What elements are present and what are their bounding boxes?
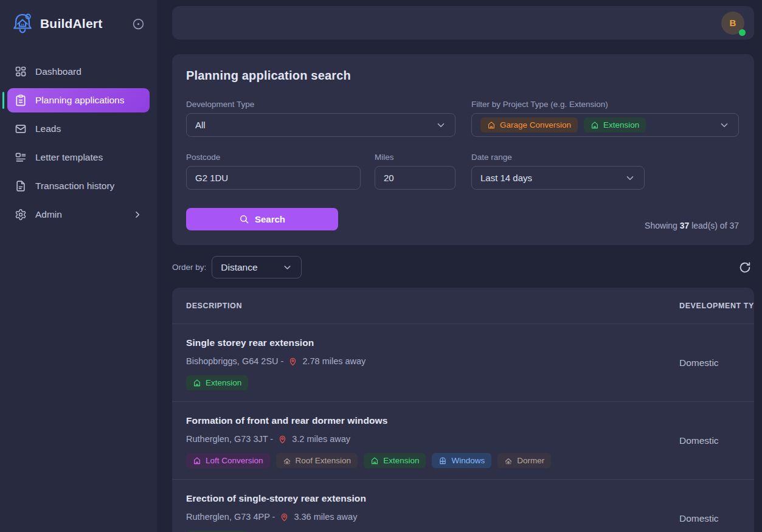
lead-location: Bishopbriggs, G64 2SU - 2.78 miles away	[186, 356, 740, 366]
home-icon	[193, 379, 201, 387]
sidebar-item-label: Dashboard	[35, 66, 81, 77]
date-range-label: Date range	[471, 153, 739, 162]
project-type-filter-field: Filter by Project Type (e.g. Extension) …	[471, 100, 739, 137]
chevron-down-icon	[282, 262, 293, 272]
postcode-miles-row: Postcode Miles	[186, 153, 455, 190]
sidebar-item-transaction-history[interactable]: Transaction history	[7, 174, 150, 198]
project-type-tag: Loft Conversion	[186, 453, 270, 468]
postcode-field: Postcode	[186, 153, 361, 190]
development-type-value: All	[195, 120, 206, 130]
lead-location: Rutherglen, G73 4PP - 3.36 miles away	[186, 512, 740, 522]
column-description: DESCRIPTION	[186, 302, 242, 310]
miles-input[interactable]	[375, 166, 455, 190]
sidebar: BuildAlert Dashboard Planning applicatio…	[0, 0, 157, 532]
table-row[interactable]: Single storey rear extension Bishopbrigg…	[172, 324, 754, 402]
chevron-down-icon	[625, 173, 636, 184]
sidebar-item-label: Leads	[35, 123, 61, 134]
map-pin-icon	[288, 357, 297, 366]
home-icon	[370, 457, 379, 465]
project-type-multiselect[interactable]: Garage Conversion Extension	[471, 113, 739, 137]
window-icon	[438, 457, 447, 465]
envelope-icon	[15, 123, 27, 135]
development-type-cell: Domestic	[679, 513, 719, 524]
chevron-right-icon	[133, 210, 142, 219]
clipboard-icon	[15, 94, 27, 106]
home-icon	[591, 121, 599, 130]
table-row[interactable]: Formation of front and rear dormer windo…	[172, 402, 754, 480]
miles-field: Miles	[375, 153, 455, 190]
sidebar-item-label: Planning applications	[35, 95, 125, 106]
column-development-type: DEVELOPMENT TYPE	[679, 302, 754, 310]
gear-icon	[15, 209, 27, 221]
order-by-value: Distance	[221, 262, 257, 273]
list-controls: Order by: Distance	[172, 256, 754, 278]
circle-dot-icon[interactable]	[132, 18, 145, 30]
development-type-cell: Domestic	[679, 358, 719, 368]
topbar: B	[172, 6, 754, 40]
project-type-tag: Extension	[186, 375, 248, 390]
home-icon	[487, 121, 496, 130]
filter-tag[interactable]: Extension	[584, 117, 646, 133]
results-count: 37	[680, 221, 690, 230]
roof-arrow-icon	[283, 457, 291, 465]
online-status-dot	[739, 29, 746, 36]
miles-label: Miles	[375, 153, 455, 162]
roof-arrow-icon	[504, 457, 513, 465]
sidebar-item-leads[interactable]: Leads	[7, 117, 150, 141]
chevron-down-icon	[435, 120, 446, 131]
search-button-label: Search	[255, 214, 285, 224]
date-range-value: Last 14 days	[480, 173, 532, 183]
table-header: DESCRIPTION DEVELOPMENT TYPE	[172, 288, 754, 324]
home-icon	[193, 457, 201, 465]
sidebar-item-admin[interactable]: Admin	[7, 202, 150, 227]
chevron-down-icon	[719, 120, 730, 131]
filter-tag-label: Garage Conversion	[500, 120, 571, 130]
table-row[interactable]: Erection of single-storey rear extension…	[172, 480, 754, 532]
development-type-select[interactable]: All	[186, 113, 455, 137]
refresh-icon[interactable]	[736, 258, 754, 277]
lead-title: Formation of front and rear dormer windo…	[186, 415, 740, 426]
development-type-field: Development Type All	[186, 100, 455, 137]
page-title: Planning application search	[186, 69, 739, 83]
lead-distance: 2.78 miles away	[302, 356, 365, 366]
brand-name: BuildAlert	[40, 16, 127, 31]
search-icon	[239, 214, 249, 224]
filter-tag[interactable]: Garage Conversion	[480, 117, 578, 133]
postcode-label: Postcode	[186, 153, 361, 162]
lead-title: Erection of single-storey rear extension	[186, 493, 740, 504]
results-table: DESCRIPTION DEVELOPMENT TYPE Single stor…	[172, 288, 754, 532]
sidebar-item-letter-templates[interactable]: Letter templates	[7, 145, 150, 170]
planning-search-panel: Planning application search Development …	[172, 54, 754, 245]
order-by-label: Order by:	[172, 263, 206, 272]
lead-distance: 3.36 miles away	[294, 512, 357, 522]
development-type-cell: Domestic	[679, 435, 719, 446]
main-content: B Planning application search Developmen…	[157, 0, 762, 532]
results-summary: Showing 37 lead(s) of 37	[645, 221, 739, 230]
sidebar-item-dashboard[interactable]: Dashboard	[7, 60, 150, 84]
file-text-icon	[15, 180, 27, 192]
postcode-input[interactable]	[186, 166, 361, 190]
filter-tag-label: Extension	[603, 120, 639, 130]
project-type-tag: Dormer	[497, 453, 551, 468]
order-by-select[interactable]: Distance	[212, 256, 302, 278]
date-range-field: Date range Last 14 days	[471, 153, 739, 190]
avatar-initial: B	[730, 18, 736, 28]
date-range-select[interactable]: Last 14 days	[471, 166, 645, 190]
search-button[interactable]: Search	[186, 208, 338, 230]
layout-list-icon	[15, 151, 27, 164]
sidebar-item-label: Letter templates	[35, 152, 103, 163]
lead-distance: 3.2 miles away	[292, 434, 350, 444]
project-type-tag: Windows	[432, 453, 491, 468]
sidebar-item-label: Transaction history	[35, 181, 114, 192]
project-type-tag: Roof Extension	[276, 453, 358, 468]
lead-location: Rutherglen, G73 3JT - 3.2 miles away	[186, 434, 740, 444]
map-pin-icon	[278, 435, 287, 444]
bell-house-icon	[10, 11, 35, 36]
dashboard-grid-icon	[15, 66, 27, 78]
sidebar-item-planning-applications[interactable]: Planning applications	[7, 88, 150, 112]
project-type-tag: Extension	[364, 453, 426, 468]
avatar[interactable]: B	[721, 12, 744, 35]
brand: BuildAlert	[7, 9, 150, 39]
development-type-label: Development Type	[186, 100, 455, 109]
sidebar-item-label: Admin	[35, 209, 62, 220]
